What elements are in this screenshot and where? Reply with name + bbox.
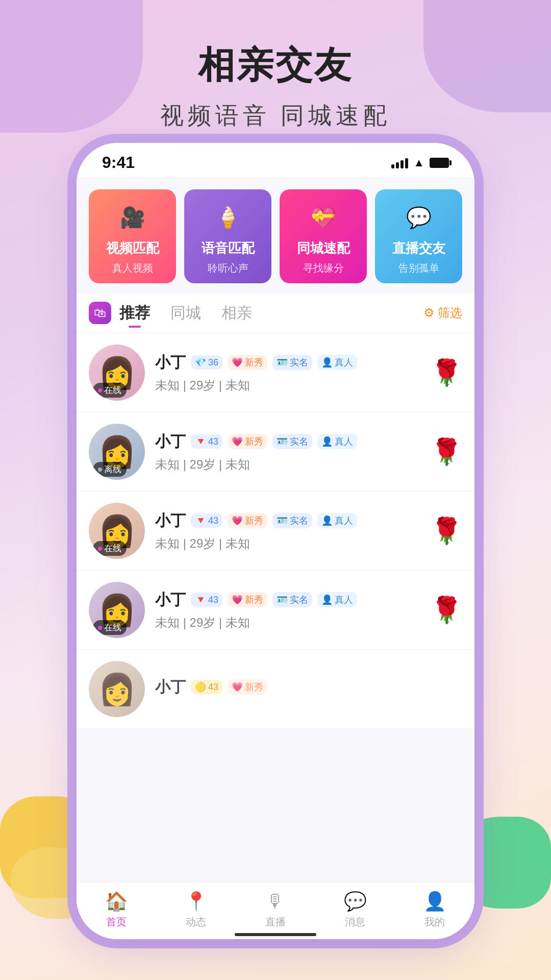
user-name-row-5: 小丁 🟡 43 💗 新秀 [155,677,462,698]
user-info-1: 小丁 💎 36 💗 新秀 🪪 实名 👤 真人 未知 | 29岁 | 未知 [155,352,420,394]
messages-icon: 💬 [344,891,367,912]
feature-local-name: 同城速配 [297,239,350,257]
table-row: 👩 在线 小丁 🔻 43 💗 新秀 🪪 实名 👤 真人 未知 | 29岁 | [77,571,474,650]
feature-local-desc: 寻找缘分 [303,261,344,275]
new-badge-5: 💗 新秀 [228,679,267,695]
avatar: 👩 在线 [89,345,145,401]
feature-voice-btn[interactable]: 🍦 语音匹配 聆听心声 [184,189,271,283]
feed-icon: 📍 [185,891,208,912]
online-dot-4 [98,626,102,630]
user-name-row-4: 小丁 🔻 43 💗 新秀 🪪 实名 👤 真人 [155,590,420,610]
real-badge-4: 👤 真人 [317,592,357,607]
tab-recommend[interactable]: 推荐 [119,303,150,324]
phone-notch [224,143,327,163]
feature-local-btn[interactable]: 💝 同城速配 寻找缘分 [280,189,367,283]
new-badge-2: 💗 新秀 [228,434,267,449]
real-badge-1: 👤 真人 [317,355,357,370]
nav-live[interactable]: 🎙 直播 [236,891,315,929]
new-badge-4: 💗 新秀 [228,592,267,607]
user-name-4: 小丁 [155,590,186,610]
feature-live-btn[interactable]: 💬 直播交友 告别孤单 [375,189,462,283]
table-row: 👩 在线 小丁 🔻 43 💗 新秀 🪪 实名 👤 真人 未知 | 29岁 | [77,492,474,571]
battery-icon [430,158,449,168]
new-badge-3: 💗 新秀 [228,513,267,528]
feature-live-desc: 告别孤单 [398,261,439,275]
user-name-row-2: 小丁 🔻 43 💗 新秀 🪪 实名 👤 真人 [155,431,420,452]
verify-badge-4: 🪪 实名 [272,592,312,607]
nav-live-label: 直播 [265,915,286,929]
nav-profile-label: 我的 [424,915,445,929]
rose-button-2[interactable]: 🌹 [431,437,462,467]
tab-icon: 🛍 [89,302,111,324]
avatar: 👩 [89,661,145,717]
table-row: 👩 小丁 🟡 43 💗 新秀 [77,650,474,729]
local-icon: 💝 [306,200,341,235]
feature-live-name: 直播交友 [392,239,445,257]
filter-button[interactable]: ⚙ 筛选 [423,305,462,321]
real-badge-3: 👤 真人 [317,513,357,528]
rose-button-3[interactable]: 🌹 [431,516,462,546]
live-nav-icon: 🎙 [266,891,285,912]
hero-section: 相亲交友 视频语音 同城速配 [0,0,551,132]
diamond-badge-3: 🔻 43 [191,513,222,528]
user-list: 👩 在线 小丁 💎 36 💗 新秀 🪪 实名 👤 真人 未知 | 29岁 | [77,333,474,729]
offline-dot [98,468,102,472]
bottom-nav: 🏠 首页 📍 动态 🎙 直播 💬 消息 👤 我的 [77,882,474,933]
avatar: 👩 在线 [89,503,145,559]
user-name-row-1: 小丁 💎 36 💗 新秀 🪪 实名 👤 真人 [155,352,420,373]
online-dot [98,388,102,393]
voice-icon: 🍦 [210,200,246,235]
tab-matchmaking[interactable]: 相亲 [221,303,252,324]
feature-grid: 🎥 视频匹配 真人视频 🍦 语音匹配 聆听心声 💝 同城速配 寻找缘分 💬 直播… [77,177,474,283]
nav-home[interactable]: 🏠 首页 [77,891,156,929]
user-desc-4: 未知 | 29岁 | 未知 [155,615,420,631]
feature-voice-desc: 聆听心声 [208,261,248,275]
diamond-badge-5: 🟡 43 [191,680,222,694]
tabs-row: 推荐 同城 相亲 [119,303,423,324]
user-name-5: 小丁 [155,677,186,698]
avatar: 👩 离线 [89,424,145,480]
user-name-2: 小丁 [155,431,186,452]
table-row: 👩 离线 小丁 🔻 43 💗 新秀 🪪 实名 👤 真人 未知 | 29岁 | [77,412,474,492]
online-status-2: 离线 [93,462,127,477]
nav-messages-label: 消息 [345,915,365,929]
user-name-1: 小丁 [155,352,186,373]
diamond-badge-4: 🔻 43 [191,593,222,607]
diamond-badge-1: 💎 36 [191,355,222,370]
live-icon: 💬 [401,200,437,235]
nav-messages[interactable]: 💬 消息 [315,891,395,929]
user-desc-3: 未知 | 29岁 | 未知 [155,535,420,552]
verify-badge-3: 🪪 实名 [272,513,312,528]
online-status-1: 在线 [93,383,127,398]
filter-icon: ⚙ [423,306,435,320]
signal-bar-3 [400,160,404,168]
tab-section: 🛍 推荐 同城 相亲 ⚙ 筛选 [77,293,474,332]
nav-profile[interactable]: 👤 我的 [395,891,474,929]
nav-feed[interactable]: 📍 动态 [156,891,236,929]
verify-badge-1: 🪪 实名 [272,355,312,370]
nav-home-label: 首页 [106,915,127,929]
online-dot-3 [98,547,102,551]
table-row: 👩 在线 小丁 💎 36 💗 新秀 🪪 实名 👤 真人 未知 | 29岁 | [77,333,474,412]
user-info-3: 小丁 🔻 43 💗 新秀 🪪 实名 👤 真人 未知 | 29岁 | 未知 [155,510,420,552]
new-badge-1: 💗 新秀 [228,355,267,370]
tab-local[interactable]: 同城 [170,303,201,324]
rose-button-1[interactable]: 🌹 [431,358,462,387]
feature-voice-name: 语音匹配 [202,239,255,257]
signal-bar-2 [396,162,399,168]
avatar-image-5: 👩 [89,661,145,717]
signal-icon [391,157,408,168]
user-desc-2: 未知 | 29岁 | 未知 [155,456,420,473]
online-status-3: 在线 [93,541,127,556]
phone-frame: 9:41 ▲ 🎥 视频匹配 真人视频 🍦 语音匹配 聆听心声 [77,143,474,939]
rose-button-4[interactable]: 🌹 [431,595,462,625]
avatar: 👩 在线 [89,582,145,638]
feature-video-btn[interactable]: 🎥 视频匹配 真人视频 [89,189,176,283]
signal-bar-1 [391,164,394,168]
online-status-4: 在线 [93,620,127,635]
hero-subtitle: 视频语音 同城速配 [0,100,551,132]
signal-bar-4 [405,158,408,168]
filter-label: 筛选 [438,305,462,321]
video-icon: 🎥 [115,200,151,235]
user-name-3: 小丁 [155,510,186,531]
